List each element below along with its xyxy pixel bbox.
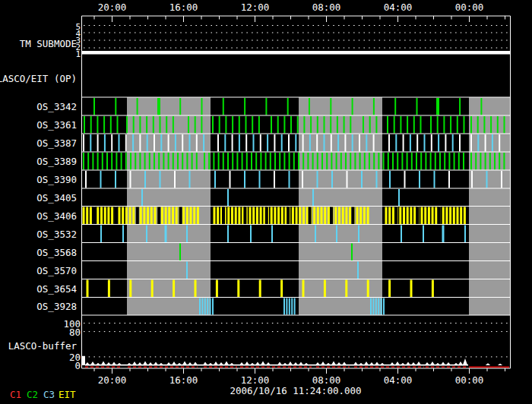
time-label-top: 20:00 — [98, 2, 127, 13]
row-label: OS_3342 — [36, 101, 77, 112]
chart-canvas — [0, 0, 532, 404]
row-label: OS_3390 — [36, 174, 77, 185]
time-label-top: 12:00 — [241, 2, 270, 13]
buffer-label: LASCO-buffer — [8, 340, 77, 352]
legend-item-c1: C1 — [10, 389, 21, 400]
buffer-ytick: 0 — [74, 359, 81, 371]
row-label: OS_3532 — [36, 228, 77, 239]
row-label: OS_3361 — [36, 119, 77, 131]
op-row-label: LASCO/EIT (OP) — [0, 73, 77, 84]
timeline-chart: 20:0020:0016:0016:0012:0012:0008:0008:00… — [0, 0, 532, 404]
time-label-top: 00:00 — [455, 2, 484, 13]
time-label-bottom: 08:00 — [312, 374, 341, 386]
row-label: OS_3928 — [36, 301, 77, 312]
time-label-bottom: 16:00 — [169, 374, 198, 386]
row-label: OS_3406 — [36, 210, 77, 221]
row-label: OS_3654 — [36, 282, 77, 294]
time-label-bottom: 20:00 — [98, 374, 127, 386]
time-label-bottom: 00:00 — [455, 374, 484, 386]
row-label: OS_3570 — [36, 264, 77, 276]
tm-submode-label: TM SUBMODE — [20, 38, 77, 49]
row-label: OS_3389 — [36, 156, 77, 167]
time-label-top: 04:00 — [384, 2, 413, 13]
time-label-top: 08:00 — [312, 2, 341, 13]
row-label: OS_3568 — [36, 246, 77, 257]
time-label-bottom: 12:00 — [241, 374, 270, 386]
tm-ytick: 1 — [75, 49, 81, 58]
legend-item-c3: C3 — [43, 389, 55, 400]
row-label: OS_3405 — [36, 191, 77, 203]
time-label-bottom: 04:00 — [384, 374, 413, 386]
buffer-ytick: 80 — [69, 326, 81, 337]
legend-item-eit: EIT — [59, 389, 76, 400]
legend-item-c2: C2 — [27, 389, 38, 400]
row-label: OS_3387 — [36, 137, 77, 149]
time-label-top: 16:00 — [169, 2, 198, 13]
timestamp-label: 2006/10/16 11:24:00.000 — [230, 385, 361, 396]
